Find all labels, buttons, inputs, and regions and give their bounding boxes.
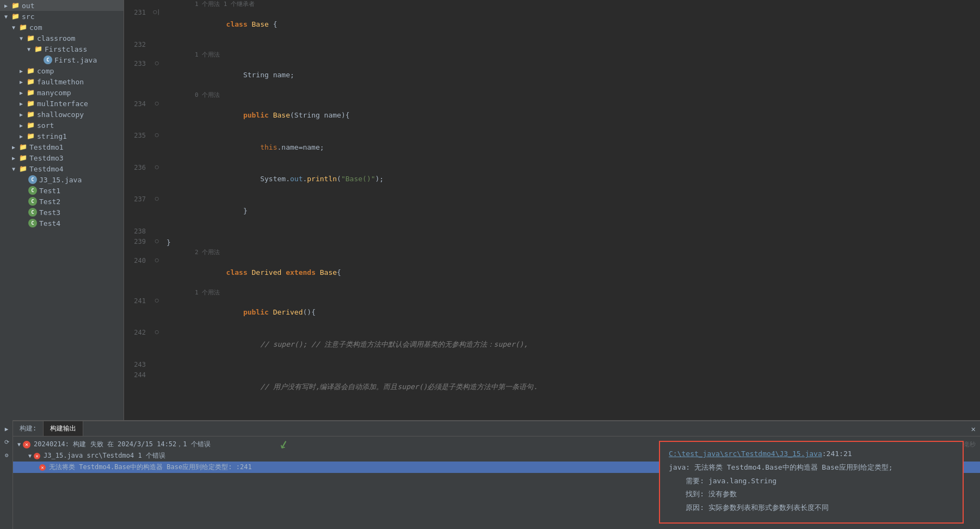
tree-item-out[interactable]: 📁 out	[0, 0, 124, 11]
tab-build-output[interactable]: 构建输出	[44, 421, 83, 436]
tree-item-test3[interactable]: C Test3	[0, 207, 124, 218]
error-icon-main: ✕	[23, 441, 30, 448]
label-firstjava: First.java	[54, 56, 97, 64]
tree-item-string1[interactable]: 📁 string1	[0, 131, 124, 142]
label-testdmo4: Testdmo4	[29, 165, 64, 173]
folder-icon-classroom: 📁	[26, 34, 35, 42]
build-label-file: J3_15.java src\Testdmo4 1 个错误	[44, 451, 165, 460]
tree-item-testdmo3[interactable]: 📁 Testdmo3	[0, 152, 124, 163]
file-icon-firstjava: C	[44, 56, 52, 64]
folder-icon-out: 📁	[11, 1, 20, 10]
label-testdmo3: Testdmo3	[29, 154, 64, 162]
hint-text-top: 1 个用法 1 个继承者	[162, 0, 980, 8]
label-manycomp: manycomp	[37, 89, 71, 97]
file-icon-j315: C	[28, 175, 37, 184]
build-panel: 构建: 构建输出 ✕ ▼ ✕ 20240214: 构建 失败 在 2024/3/…	[13, 420, 980, 529]
hint-text-233a: 1 个用法	[162, 51, 980, 59]
arrow-faultmethon	[17, 78, 25, 85]
build-label-main: 20240214: 构建 失败 在 2024/3/15 14:52，1 个错误	[34, 440, 211, 449]
arrow-sort	[17, 121, 25, 129]
hint-row-240: 2 个用法	[124, 248, 980, 256]
error-popup-line4: 原因: 实际参数列表和形式参数列表长度不同	[669, 502, 954, 514]
error-popup: C:\test_java\src\Testdmo4\J3_15.java:241…	[659, 441, 964, 524]
close-panel-icon[interactable]: ✕	[971, 425, 976, 433]
error-popup-line3: 找到: 没有参数	[669, 489, 954, 500]
label-test4: Test4	[39, 219, 60, 227]
folder-icon-testdmo1: 📁	[19, 143, 27, 151]
tree-item-com[interactable]: 📁 com	[0, 22, 124, 33]
build-label-error: 无法将类 Testdmo4.Base中的构造器 Base应用到给定类型: :24…	[49, 463, 252, 472]
folder-icon-faultmethon: 📁	[26, 77, 35, 86]
tree-item-j315[interactable]: C J3_15.java	[0, 174, 124, 185]
label-firstclass: Firstclass	[45, 45, 87, 53]
code-line-235: 235 ◯ this.name=name;	[124, 131, 980, 163]
tree-item-test1[interactable]: C Test1	[0, 185, 124, 196]
expand-arrow-main: ▼	[17, 441, 21, 447]
arrow-testdmo3	[10, 154, 17, 162]
arrow-classroom	[17, 34, 25, 42]
tree-item-firstjava[interactable]: C First.java	[0, 54, 124, 65]
tree-item-manycomp[interactable]: 📁 manycomp	[0, 87, 124, 98]
tab-build[interactable]: 构建:	[13, 421, 44, 436]
code-line-237: 237 ◯ }	[124, 195, 980, 227]
folder-icon-com: 📁	[19, 23, 27, 32]
tree-item-comp[interactable]: 📁 comp	[0, 65, 124, 76]
error-popup-line2: 需要: java.lang.String	[669, 476, 954, 487]
hint-row-233b: 0 个用法	[124, 91, 980, 99]
tree-item-testdmo1[interactable]: 📁 Testdmo1	[0, 142, 124, 152]
hint-row-241: 1 个用法	[124, 288, 980, 297]
tree-item-testdmo4[interactable]: 📁 Testdmo4	[0, 163, 124, 174]
error-icon-error: ✕	[39, 464, 46, 471]
arrow-testdmo4	[10, 165, 17, 173]
bottom-area: ▶ ⟳ ⚙ 构建: 构建输出 ✕ ▼ ✕ 20240214: 构建 失败 在 2…	[0, 420, 980, 529]
arrow-firstclass	[25, 45, 33, 53]
label-string1: string1	[37, 132, 67, 140]
arrow-src	[2, 13, 10, 20]
arrow-string1	[17, 132, 25, 140]
label-faultmethon: faultmethon	[37, 78, 84, 86]
code-view[interactable]: 1 个用法 1 个继承者 231 ◯| class Base { 232	[124, 0, 980, 420]
code-line-231: 231 ◯| class Base {	[124, 8, 980, 40]
tree-item-shallowcopy[interactable]: 📁 shallowcopy	[0, 109, 124, 120]
arrow-mulinterface	[17, 100, 25, 107]
run-button[interactable]: ▶	[2, 425, 11, 433]
error-file-link[interactable]: C:\test_java\src\Testdmo4\J3_15.java	[669, 450, 822, 458]
tree-item-test4[interactable]: C Test4	[0, 218, 124, 229]
tree-item-sort[interactable]: 📁 sort	[0, 120, 124, 131]
error-icon-file: ✕	[34, 453, 40, 459]
tree-item-firstclass[interactable]: 📁 Firstclass	[0, 44, 124, 54]
arrow-comp	[17, 67, 25, 75]
reload-button[interactable]: ⟳	[2, 438, 11, 446]
panel-tabs: 构建: 构建输出 ✕	[13, 421, 980, 436]
code-line-242: 242 ◯ // super(); // 注意子类构造方法中默认会调用基类的无参…	[124, 328, 980, 360]
hint-row-233a: 1 个用法	[124, 51, 980, 59]
hint-text-240: 2 个用法	[162, 248, 980, 256]
folder-icon-testdmo4: 📁	[19, 164, 27, 173]
file-tree[interactable]: 📁 out 📁 src 📁 com 📁 classroom 📁 Firstcla…	[0, 0, 124, 420]
label-classroom: classroom	[37, 34, 75, 42]
tree-item-src[interactable]: 📁 src	[0, 11, 124, 22]
settings-button[interactable]: ⚙	[2, 451, 11, 459]
hint-text-233b: 0 个用法	[162, 91, 980, 99]
tree-item-classroom[interactable]: 📁 classroom	[0, 33, 124, 44]
bottom-left-toolbar: ▶ ⟳ ⚙	[0, 420, 13, 529]
arrow-testdmo1	[10, 143, 17, 151]
tree-item-test2[interactable]: C Test2	[0, 196, 124, 207]
tree-item-mulinterface[interactable]: 📁 mulInterface	[0, 98, 124, 109]
arrow-com	[10, 23, 17, 31]
file-icon-test3: C	[28, 208, 37, 217]
label-testdmo1: Testdmo1	[29, 143, 64, 151]
label-j315: J3_15.java	[39, 176, 82, 184]
folder-icon-mulinterface: 📁	[26, 99, 35, 108]
code-line-244: 244 // 用户没有写时,编译器会自动添加。而且super()必须是子类构造方…	[124, 371, 980, 403]
label-comp: comp	[37, 67, 54, 75]
folder-icon-firstclass: 📁	[34, 45, 42, 53]
error-popup-line1: java: 无法将类 Testdmo4.Base中的构造器 Base应用到给定类…	[669, 462, 954, 473]
label-shallowcopy: shallowcopy	[37, 110, 84, 119]
tree-item-faultmethon[interactable]: 📁 faultmethon	[0, 76, 124, 87]
arrow-shallowcopy	[17, 110, 25, 118]
code-line-240: 240 ◯ class Derived extends Base{	[124, 256, 980, 288]
folder-icon-testdmo3: 📁	[19, 153, 27, 162]
code-line-232: 232	[124, 40, 980, 51]
label-src: src	[22, 13, 34, 21]
